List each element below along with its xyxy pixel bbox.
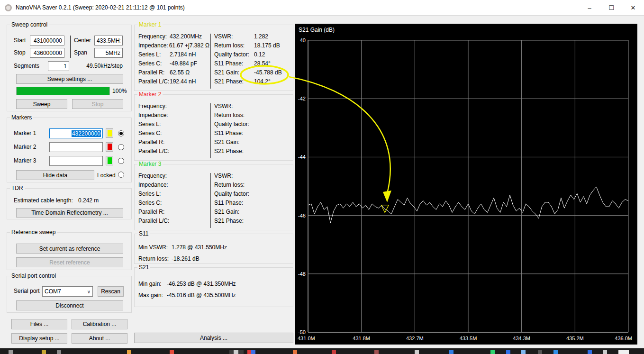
span-label: Span <box>74 49 87 56</box>
taskbar-icon[interactable] <box>588 350 592 354</box>
analysis-button[interactable]: Analysis ... <box>134 333 293 343</box>
marker1-color-button[interactable] <box>106 128 113 138</box>
chevron-down-icon: ∨ <box>87 289 91 294</box>
y-axis-tick-label: -48 <box>298 271 306 277</box>
taskbar-icon[interactable] <box>332 350 336 354</box>
serial-port-label: Serial port <box>14 288 40 294</box>
taskbar-icon[interactable] <box>618 350 629 354</box>
taskbar-icon[interactable] <box>251 350 255 354</box>
taskbar-icon[interactable] <box>42 350 46 354</box>
marker-detail-label: S11 Phase: <box>214 130 254 136</box>
marker-detail-value: 1.282 <box>254 33 268 40</box>
rescan-button[interactable]: Rescan <box>98 286 124 297</box>
start-frequency-input[interactable] <box>30 36 64 45</box>
step-size-info: 49.50kHz/step <box>86 63 123 69</box>
taskbar-icon[interactable] <box>415 350 419 354</box>
sweep-settings-button[interactable]: Sweep settings ... <box>16 74 123 84</box>
group-title: Marker 2 <box>137 91 163 98</box>
stop-frequency-input[interactable] <box>30 48 64 58</box>
taskbar-icon[interactable] <box>374 350 379 354</box>
hide-data-button[interactable]: Hide data <box>16 170 94 180</box>
marker2-label: Marker 2 <box>14 144 36 150</box>
marker-detail-label: S21 Phase: <box>214 218 254 224</box>
taskbar-icon[interactable] <box>234 350 238 354</box>
marker-detail-label: Parallel R: <box>138 69 170 76</box>
summary-value: -45.016 dB @ 435.500MHz <box>167 292 236 299</box>
taskbar-icon[interactable] <box>57 350 61 354</box>
taskbar-icon[interactable] <box>553 350 558 354</box>
group-title: Sweep control <box>10 21 49 28</box>
marker1-radio[interactable] <box>118 130 124 136</box>
marker3-color-button[interactable] <box>106 156 113 165</box>
marker3-label: Marker 3 <box>14 157 36 164</box>
marker-detail-label: S21 Gain: <box>214 139 254 145</box>
center-frequency-input[interactable] <box>94 36 123 45</box>
marker3-color-chip <box>108 157 112 164</box>
chart-title: S21 Gain (dB) <box>299 27 335 33</box>
taskbar-icon[interactable] <box>170 350 174 354</box>
s11-rows: Min VSWR:1.278 @ 431.550MHzReturn loss:-… <box>138 242 227 264</box>
marker-detail-label: Series L: <box>138 121 170 127</box>
display-setup-button[interactable]: Display setup ... <box>11 333 67 344</box>
span-frequency-input[interactable] <box>94 48 123 58</box>
maximize-button[interactable]: ☐ <box>600 0 622 15</box>
marker3-frequency-input[interactable] <box>49 156 103 166</box>
s21-rows: Min gain:-46.253 dB @ 431.350MHzMax gain… <box>138 278 236 301</box>
time-domain-reflectometry-button[interactable]: Time Domain Reflectometry ... <box>16 208 123 218</box>
s21-summary-group: S21 Min gain:-46.253 dB @ 431.350MHzMax … <box>134 267 293 307</box>
marker3-radio[interactable] <box>118 158 124 164</box>
locked-label: Locked <box>97 172 116 179</box>
close-button[interactable]: ✕ <box>622 0 644 15</box>
marker-detail-value: 28.54° <box>254 60 271 67</box>
summary-label: Max gain: <box>138 292 167 299</box>
taskbar-icon[interactable] <box>127 350 131 354</box>
taskbar-icon[interactable] <box>293 350 297 354</box>
marker-detail-label: Series C: <box>138 200 170 206</box>
y-axis-tick-label: -42 <box>298 96 306 101</box>
summary-value: 1.278 @ 431.550MHz <box>172 244 227 251</box>
marker-detail-label: S21 Phase: <box>214 148 254 154</box>
files-button[interactable]: Files ... <box>11 319 67 329</box>
set-reference-button[interactable]: Set current as reference <box>16 244 123 254</box>
taskbar-icon[interactable] <box>449 350 454 354</box>
taskbar-icon[interactable] <box>521 350 526 354</box>
marker-detail-label: Parallel L/C: <box>138 218 170 224</box>
taskbar-icon[interactable] <box>506 350 510 354</box>
title-bar[interactable]: NanoVNA Saver 0.2.1 (Sweep: 2020-02-21 2… <box>0 0 644 16</box>
marker-detail-label: Parallel L/C: <box>138 78 170 85</box>
y-axis-tick-label: -40 <box>298 37 306 43</box>
marker3-detail-group: Marker 3 Frequency:Impedance:Series L:Se… <box>134 164 293 230</box>
taskbar-icon[interactable] <box>490 350 495 354</box>
marker-detail-label: Parallel L/C: <box>138 148 170 154</box>
taskbar-icon[interactable] <box>603 350 607 354</box>
calibration-button[interactable]: Calibration ... <box>72 319 127 329</box>
taskbar-icon[interactable] <box>538 350 542 354</box>
marker1-frequency-input[interactable]: 432200000 <box>49 128 103 138</box>
marker-detail-label: Return loss: <box>214 112 254 118</box>
serial-port-select[interactable]: COM7 ∨ <box>42 286 93 297</box>
chart-background <box>295 24 637 345</box>
marker1-label: Marker 1 <box>14 130 36 136</box>
locked-radio[interactable] <box>118 172 124 178</box>
s21-gain-chart[interactable]: -40-42-44-46-48-50431.0M431.8M432.7M433.… <box>295 24 637 345</box>
marker2-frequency-input[interactable] <box>49 142 103 152</box>
taskbar[interactable] <box>0 348 644 354</box>
marker2-color-button[interactable] <box>106 142 113 152</box>
marker2-radio[interactable] <box>118 144 124 150</box>
stop-button[interactable]: Stop <box>72 99 123 109</box>
reset-reference-button[interactable]: Reset reference <box>16 257 123 267</box>
marker1-detail-group: Marker 1 Frequency:432.200MHzImpedance:6… <box>134 25 293 91</box>
minimize-button[interactable]: – <box>579 0 600 15</box>
marker-detail-label: Frequency: <box>138 103 170 109</box>
sweep-button[interactable]: Sweep <box>16 99 67 109</box>
group-title: TDR <box>10 185 25 191</box>
marker-detail-label: Impedance: <box>138 182 170 188</box>
about-button[interactable]: About ... <box>72 333 127 344</box>
segments-input[interactable] <box>48 61 69 71</box>
column-divider <box>70 36 71 58</box>
taskbar-icon[interactable] <box>9 350 13 354</box>
s11-summary-group: S11 Min VSWR:1.278 @ 431.550MHzReturn lo… <box>134 234 293 264</box>
markers-group: Markers Marker 1 432200000 Marker 2 Mark… <box>7 118 132 182</box>
disconnect-button[interactable]: Disconnect <box>16 300 123 310</box>
marker-detail-label: Return loss: <box>214 182 254 188</box>
